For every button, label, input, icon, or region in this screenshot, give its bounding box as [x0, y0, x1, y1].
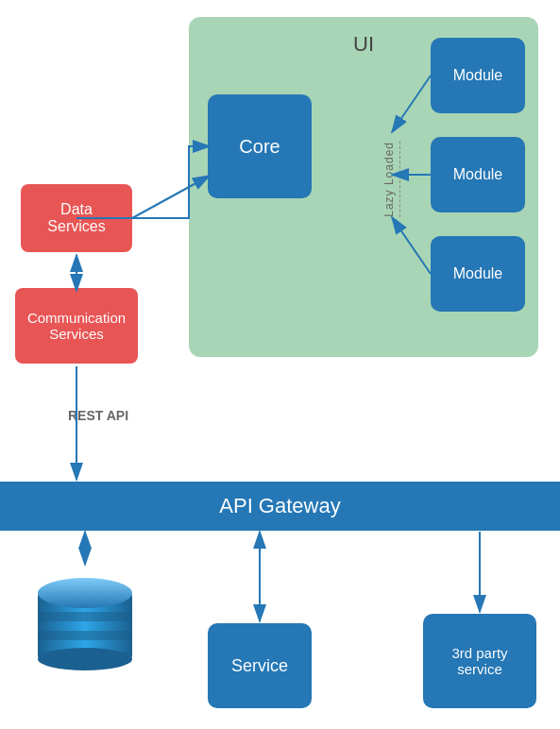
- module-box-3: Module: [431, 236, 525, 312]
- svg-rect-1: [38, 612, 132, 621]
- api-gateway-bar: API Gateway: [0, 482, 560, 531]
- data-services-box: DataServices: [21, 184, 132, 252]
- module-box-2: Module: [431, 137, 525, 212]
- svg-point-3: [38, 578, 132, 608]
- rest-api-label: REST API: [68, 408, 128, 423]
- svg-rect-2: [38, 631, 132, 640]
- comm-services-box: CommunicationServices: [15, 288, 138, 364]
- database-icon: [28, 567, 142, 670]
- third-party-service-box: 3rd partyservice: [423, 614, 536, 708]
- core-box: Core: [208, 94, 312, 198]
- svg-point-4: [38, 648, 132, 670]
- lazy-loaded-label: Lazy Loaded: [382, 47, 400, 312]
- module-box-1: Module: [431, 38, 525, 113]
- service-box: Service: [208, 623, 312, 708]
